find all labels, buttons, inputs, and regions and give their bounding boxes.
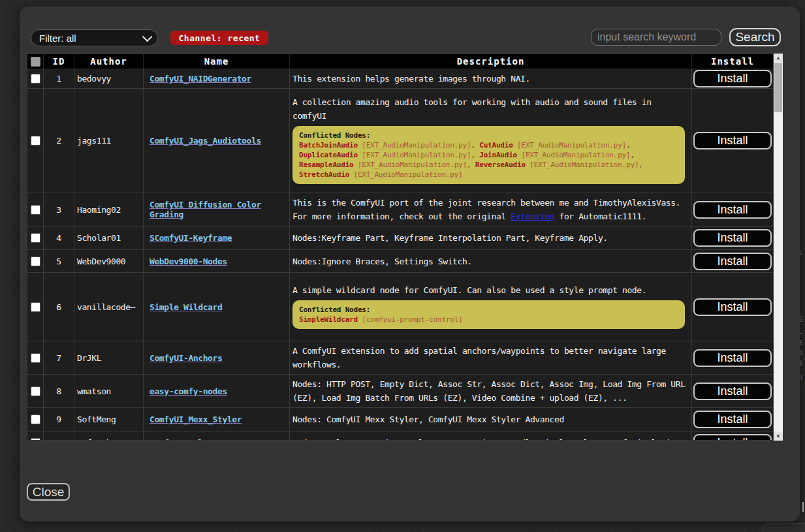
search-input[interactable] — [591, 29, 721, 46]
cell-author: zcfrank1st — [74, 431, 144, 440]
install-button[interactable]: Install — [693, 132, 772, 149]
row-checkbox[interactable] — [31, 74, 40, 84]
extension-name-link[interactable]: Simple Wildcard — [150, 302, 222, 312]
extension-name-link[interactable]: ComfyUI_Jags_Audiotools — [150, 136, 261, 146]
extension-name-link[interactable]: easy-comfy-nodes — [150, 386, 227, 396]
row-checkbox[interactable] — [31, 233, 40, 243]
search-button[interactable]: Search — [729, 28, 781, 46]
cell-id: 4 — [44, 227, 74, 249]
row-description: This extension helps generate images thr… — [292, 72, 530, 86]
extension-name-link[interactable]: ComfyUI_NAIDGenerator — [150, 74, 251, 84]
cell-name: ComfyUI Yolov8 — [144, 431, 290, 440]
row-checkbox[interactable] — [31, 438, 40, 441]
table-row: 2jags111ComfyUI_Jags_AudiotoolsA collect… — [27, 89, 773, 193]
cell-id: 3 — [44, 193, 74, 226]
select-all-checkbox[interactable] — [31, 57, 40, 67]
row-checkbox[interactable] — [31, 386, 40, 396]
row-checkbox[interactable] — [31, 302, 40, 312]
conflict-node-name: DuplicateAudio — [299, 151, 358, 159]
description-link[interactable]: Extension — [511, 211, 554, 221]
cell-name: ComfyUI_NAIDGenerator — [144, 69, 290, 88]
cell-install: Install — [692, 408, 773, 431]
cell-description: A collection amazing audio tools for wor… — [290, 89, 692, 193]
row-checkbox[interactable] — [31, 257, 40, 266]
cell-install: Install — [692, 69, 773, 88]
cell-name: easy-comfy-nodes — [144, 375, 290, 407]
table-row: 9SoftMengComfyUI_Mexx_StylerNodes: Comfy… — [27, 408, 773, 431]
cell-author: Haoming02 — [74, 193, 144, 226]
row-description: Nodes: HTTP POST, Empty Dict, Assoc Str,… — [292, 377, 687, 405]
row-description: Nodes: Yolov8Detection, Yolov8Segmentati… — [292, 436, 676, 441]
channel-badge-button[interactable]: Channel: recent — [170, 31, 268, 45]
scrollbar-up-arrow-icon[interactable]: ▲ — [774, 54, 783, 62]
cell-author: DrJKL — [74, 341, 144, 374]
table-row: 4Scholar01SComfyUI-KeyframeNodes:Keyfram… — [27, 227, 773, 250]
scrollbar-thumb[interactable] — [774, 63, 782, 112]
extension-name-link[interactable]: WebDev9000-Nodes — [150, 257, 227, 266]
cell-author: jags111 — [74, 89, 144, 193]
background-text-fragment: u — [800, 372, 802, 381]
background-text-fragment: 3 — [800, 359, 802, 368]
cell-id: 6 — [44, 273, 74, 341]
cell-description: Nodes:Keyframe Part, Keyframe Interpolat… — [290, 227, 692, 249]
cell-install: Install — [692, 375, 773, 407]
row-checkbox[interactable] — [31, 136, 40, 146]
conflict-node-name: ReverseAudio — [475, 161, 526, 169]
cell-install: Install — [692, 227, 773, 249]
cell-author: wmatson — [74, 375, 144, 407]
row-description: A simple wildcard node for ComfyUI. Can … — [292, 283, 646, 297]
install-button[interactable]: Install — [693, 434, 772, 441]
cell-install: Install — [692, 250, 773, 272]
cell-author: SoftMeng — [74, 408, 144, 431]
cell-name: ComfyUI_Mexx_Styler — [144, 408, 290, 431]
conflict-node-source: [EXT_AudioManipulation.py] — [354, 170, 463, 179]
install-button[interactable]: Install — [693, 349, 772, 367]
install-button[interactable]: Install — [693, 229, 772, 247]
conflict-node-source: [EXT_AudioManipulation.py] — [521, 151, 630, 159]
install-button[interactable]: Install — [693, 411, 772, 428]
conflict-node-source: [EXT_AudioManipulation.py] — [517, 141, 626, 149]
extension-name-link[interactable]: ComfyUI Diffusion Color Grading — [150, 200, 283, 219]
cell-name: WebDev9000-Nodes — [144, 250, 290, 272]
cell-name: ComfyUI_Jags_Audiotools — [144, 89, 290, 193]
conflict-node-name: ResampleAudio — [299, 161, 354, 169]
install-button[interactable]: Install — [693, 253, 772, 270]
scrollbar-down-arrow-icon[interactable]: ▼ — [774, 432, 783, 441]
row-description: Nodes:Keyframe Part, Keyframe Interpolat… — [292, 231, 608, 245]
table-header-row: ID Author Name Description Install — [27, 54, 773, 69]
filter-dropdown[interactable]: Filter: all — [31, 29, 158, 46]
row-description: Nodes: ComfyUI Mexx Styler, ComfyUI Mexx… — [292, 413, 564, 426]
install-button[interactable]: Install — [693, 201, 772, 219]
cell-name: Simple Wildcard — [144, 273, 290, 341]
close-button[interactable]: Close — [27, 483, 70, 501]
extension-name-link[interactable]: ComfyUI_Mexx_Styler — [150, 415, 242, 424]
cell-install: Install — [692, 273, 773, 341]
install-custom-nodes-dialog: Filter: all Channel: recent Search ID Au… — [20, 7, 800, 522]
extension-name-link[interactable]: SComfyUI-Keyframe — [150, 233, 232, 243]
cell-checkbox — [27, 273, 44, 341]
cell-checkbox — [27, 408, 44, 431]
header-name: Name — [144, 54, 290, 69]
row-checkbox[interactable] — [31, 205, 40, 215]
cell-id: 1 — [44, 69, 74, 88]
install-button[interactable]: Install — [693, 298, 772, 316]
cell-install: Install — [692, 193, 773, 226]
cell-install: Install — [692, 431, 773, 440]
table-row: 5WebDev9000WebDev9000-NodesNodes:Ignore … — [27, 250, 773, 273]
table-scrollbar[interactable]: ▲ ▼ — [774, 54, 783, 441]
install-button[interactable]: Install — [693, 383, 772, 400]
row-checkbox[interactable] — [31, 415, 40, 424]
conflict-node-name: CutAudio — [479, 141, 513, 149]
conflict-node-name: SimpleWildcard — [299, 315, 358, 324]
conflicted-nodes-title: Conflicted Nodes: — [299, 305, 678, 315]
conflict-node-source: [EXT_AudioManipulation.py] — [362, 151, 471, 159]
cell-checkbox — [27, 250, 44, 272]
cell-install: Install — [692, 89, 773, 193]
extension-name-link[interactable]: ComfyUI-Anchors — [150, 353, 222, 363]
cell-description: Nodes: ComfyUI Mexx Styler, ComfyUI Mexx… — [290, 408, 692, 431]
cell-description: This is the ComfyUI port of the joint re… — [290, 193, 692, 226]
install-button[interactable]: Install — [693, 70, 772, 87]
row-checkbox[interactable] — [31, 353, 40, 363]
extension-name-link[interactable]: ComfyUI Yolov8 — [150, 438, 217, 441]
table-row: 1bedovyyComfyUI_NAIDGeneratorThis extens… — [27, 69, 773, 89]
